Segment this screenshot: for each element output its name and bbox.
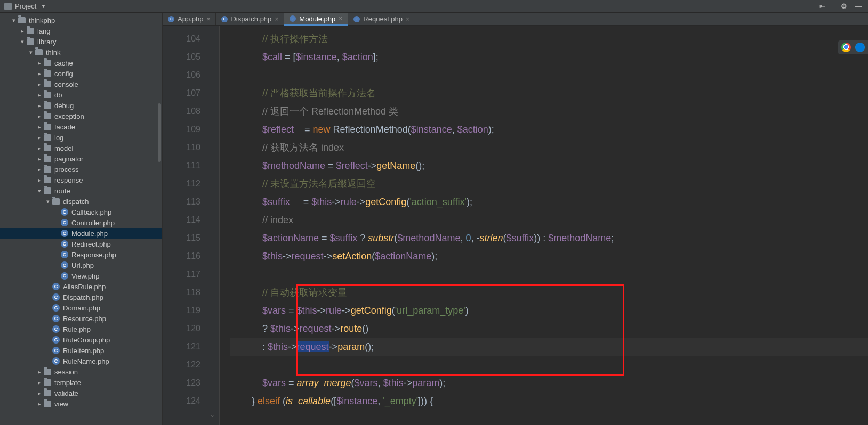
expander-icon[interactable]: ▸ bbox=[35, 369, 44, 375]
tree-folder-session[interactable]: ▸session bbox=[0, 366, 162, 377]
project-dropdown-icon[interactable]: ▼ bbox=[41, 3, 46, 9]
tree-folder-think[interactable]: ▾think bbox=[0, 47, 162, 58]
code-line-108[interactable]: // 返回一个 ReflectionMethod 类 bbox=[230, 102, 868, 120]
code-line-121[interactable]: : $this->request->param(); bbox=[230, 338, 868, 356]
code-line-106[interactable] bbox=[230, 66, 868, 84]
tree-folder-process[interactable]: ▸process bbox=[0, 164, 162, 175]
expander-icon[interactable]: ▸ bbox=[35, 156, 44, 162]
tree-folder-debug[interactable]: ▸debug bbox=[0, 100, 162, 111]
code-line-107[interactable]: // 严格获取当前操作方法名 bbox=[230, 84, 868, 102]
tree-file-view-php[interactable]: ▸CView.php bbox=[0, 271, 162, 281]
tree-folder-log[interactable]: ▸log bbox=[0, 132, 162, 143]
code-line-110[interactable]: // 获取方法名 index bbox=[230, 138, 868, 157]
expander-icon[interactable]: ▸ bbox=[35, 145, 44, 152]
tree-file-url-php[interactable]: ▸CUrl.php bbox=[0, 260, 162, 271]
expander-icon[interactable]: ▸ bbox=[35, 102, 44, 109]
expander-icon[interactable]: ▸ bbox=[35, 113, 44, 120]
expander-icon[interactable]: ▸ bbox=[35, 70, 44, 77]
chrome-icon[interactable] bbox=[841, 43, 851, 52]
expander-icon[interactable]: ▸ bbox=[35, 390, 44, 397]
expander-icon[interactable]: ▸ bbox=[18, 28, 27, 35]
close-icon[interactable]: × bbox=[339, 15, 342, 22]
tree-file-resource-php[interactable]: ▸CResource.php bbox=[0, 313, 162, 324]
tree-folder-db[interactable]: ▸db bbox=[0, 89, 162, 100]
tree-file-aliasrule-php[interactable]: ▸CAliasRule.php bbox=[0, 281, 162, 292]
expander-icon[interactable]: ▸ bbox=[35, 81, 44, 88]
tree-file-callback-php[interactable]: ▸CCallback.php bbox=[0, 207, 162, 217]
tab-module-php[interactable]: CModule.php× bbox=[284, 13, 348, 26]
expander-icon[interactable]: ▾ bbox=[18, 38, 27, 45]
code-line-118[interactable]: // 自动获取请求变量 bbox=[230, 283, 868, 301]
code-line-109[interactable]: $reflect = new ReflectionMethod($instanc… bbox=[230, 120, 868, 138]
tree-file-response-php[interactable]: ▸CResponse.php bbox=[0, 249, 162, 260]
tree-folder-route[interactable]: ▾route bbox=[0, 185, 162, 196]
tab-dispatch-php[interactable]: CDispatch.php× bbox=[216, 13, 284, 25]
expander-icon[interactable]: ▾ bbox=[10, 17, 18, 24]
code-line-115[interactable]: $actionName = $suffix ? substr($methodNa… bbox=[230, 229, 868, 247]
tree-folder-validate[interactable]: ▸validate bbox=[0, 388, 162, 398]
tree-file-rulegroup-php[interactable]: ▸CRuleGroup.php bbox=[0, 334, 162, 345]
code-line-117[interactable] bbox=[230, 265, 868, 283]
edge-icon[interactable] bbox=[855, 43, 865, 52]
code-line-112[interactable]: // 未设置方法名后缀返回空 bbox=[230, 175, 868, 193]
code-line-124[interactable]: } elseif (is_callable([$instance, '_empt… bbox=[230, 392, 868, 410]
tab-request-php[interactable]: CRequest.php× bbox=[348, 13, 415, 25]
gear-icon[interactable]: ⚙ bbox=[841, 2, 847, 10]
tree-file-ruleitem-php[interactable]: ▸CRuleItem.php bbox=[0, 345, 162, 356]
code-line-120[interactable]: ? $this->request->route() bbox=[230, 320, 868, 338]
tree-file-dispatch-php[interactable]: ▸CDispatch.php bbox=[0, 292, 162, 303]
collapse-icon[interactable]: ⇤ bbox=[819, 2, 825, 10]
tree-folder-response[interactable]: ▸response bbox=[0, 175, 162, 185]
tree-file-rule-php[interactable]: ▸CRule.php bbox=[0, 324, 162, 334]
tree-file-rulename-php[interactable]: ▸CRuleName.php bbox=[0, 356, 162, 366]
expander-icon[interactable]: ▾ bbox=[35, 187, 44, 194]
expander-icon[interactable]: ▸ bbox=[35, 401, 44, 407]
tree-folder-template[interactable]: ▸template bbox=[0, 377, 162, 388]
tree-folder-console[interactable]: ▸console bbox=[0, 79, 162, 89]
tree-folder-config[interactable]: ▸config bbox=[0, 68, 162, 79]
close-icon[interactable]: × bbox=[206, 15, 210, 23]
code-line-113[interactable]: $suffix = $this->rule->getConfig('action… bbox=[230, 193, 868, 211]
expander-icon[interactable]: ▸ bbox=[35, 166, 44, 173]
code-line-104[interactable]: // 执行操作方法 bbox=[230, 30, 868, 48]
expander-icon[interactable]: ▸ bbox=[35, 379, 44, 386]
code-line-122[interactable] bbox=[230, 356, 868, 374]
tree-file-domain-php[interactable]: ▸CDomain.php bbox=[0, 303, 162, 313]
code-line-119[interactable]: $vars = $this->rule->getConfig('url_para… bbox=[230, 301, 868, 320]
expander-icon[interactable]: ▾ bbox=[27, 49, 35, 56]
tree-folder-lang[interactable]: ▸lang bbox=[0, 26, 162, 36]
expander-icon[interactable]: ▸ bbox=[35, 60, 44, 67]
tree-folder-view[interactable]: ▸view bbox=[0, 398, 162, 409]
expander-icon[interactable]: ▸ bbox=[35, 124, 44, 130]
project-label[interactable]: Project bbox=[15, 2, 36, 10]
close-icon[interactable]: × bbox=[275, 15, 278, 23]
project-tree[interactable]: ▾thinkphp▸lang▾library▾think▸cache▸confi… bbox=[0, 13, 163, 425]
tree-folder-thinkphp[interactable]: ▾thinkphp bbox=[0, 15, 162, 26]
tree-file-controller-php[interactable]: ▸CController.php bbox=[0, 217, 162, 228]
tree-folder-model[interactable]: ▸model bbox=[0, 143, 162, 153]
code-line-123[interactable]: $vars = array_merge($vars, $this->param)… bbox=[230, 374, 868, 392]
code-line-116[interactable]: $this->request->setAction($actionName); bbox=[230, 247, 868, 265]
tree-folder-exception[interactable]: ▸exception bbox=[0, 111, 162, 121]
fold-gutter[interactable]: ⌄ bbox=[208, 26, 220, 425]
code-line-114[interactable]: // index bbox=[230, 211, 868, 229]
expander-icon[interactable]: ▸ bbox=[35, 134, 44, 141]
tab-app-php[interactable]: CApp.php× bbox=[163, 13, 216, 25]
expander-icon[interactable]: ▸ bbox=[35, 177, 44, 184]
tree-file-module-php[interactable]: ▸CModule.php bbox=[0, 228, 162, 239]
expander-icon[interactable]: ▸ bbox=[35, 92, 44, 99]
tree-folder-dispatch[interactable]: ▾dispatch bbox=[0, 196, 162, 207]
fold-marker-icon[interactable]: ⌄ bbox=[210, 411, 215, 419]
tree-file-redirect-php[interactable]: ▸CRedirect.php bbox=[0, 239, 162, 249]
close-icon[interactable]: × bbox=[406, 15, 409, 23]
tree-folder-library[interactable]: ▾library bbox=[0, 36, 162, 47]
tree-folder-cache[interactable]: ▸cache bbox=[0, 58, 162, 68]
tree-folder-facade[interactable]: ▸facade bbox=[0, 121, 162, 132]
tree-folder-paginator[interactable]: ▸paginator bbox=[0, 153, 162, 164]
code-line-105[interactable]: $call = [$instance, $action]; bbox=[230, 48, 868, 66]
sidebar-scrollbar[interactable] bbox=[158, 103, 161, 162]
expander-icon[interactable]: ▾ bbox=[44, 198, 52, 205]
code-area[interactable]: // 执行操作方法 $call = [$instance, $action]; … bbox=[220, 26, 868, 425]
hide-icon[interactable]: — bbox=[855, 2, 862, 10]
code-line-111[interactable]: $methodName = $reflect->getName(); bbox=[230, 157, 868, 175]
